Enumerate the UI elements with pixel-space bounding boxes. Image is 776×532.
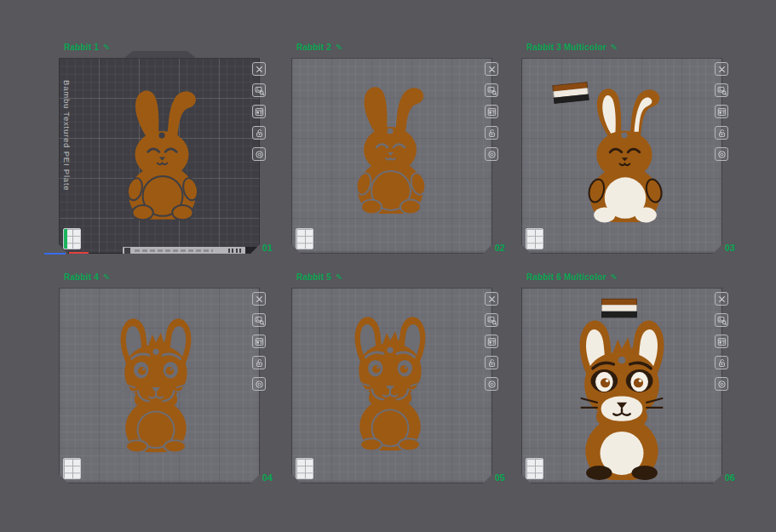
build-plate-05[interactable] [291, 288, 492, 483]
plate-preview-icon[interactable] [715, 83, 728, 97]
filament-mapping-icon[interactable] [252, 377, 266, 391]
edit-plate-name-icon[interactable]: ✎ [336, 43, 343, 52]
plate-title[interactable]: Rabbit 1 ✎ [64, 43, 111, 52]
plate-settings-icon[interactable] [252, 105, 266, 118]
plate-name-label: Rabbit 3 Multicolor [526, 43, 606, 52]
lock-plate-icon[interactable] [485, 126, 498, 140]
plate-name-label: Rabbit 5 [296, 272, 331, 282]
plate-handle [124, 51, 196, 58]
lock-plate-icon[interactable] [485, 356, 498, 369]
plate-slots-icon [63, 458, 81, 479]
rabbit-model-1[interactable] [115, 89, 210, 220]
edit-plate-name-icon[interactable]: ✎ [611, 43, 618, 52]
build-plate-01[interactable]: Bambu Textured PEI Plate [59, 58, 260, 254]
plate-cell-2: Rabbit 2 ✎ 02 [291, 41, 492, 255]
plate-slots-icon [63, 228, 81, 249]
lock-plate-icon[interactable] [715, 356, 728, 369]
lock-plate-icon[interactable] [715, 126, 728, 140]
plate-number: 05 [495, 472, 505, 483]
delete-plate-icon[interactable] [485, 62, 498, 76]
plate-name-label: Rabbit 4 [64, 272, 99, 282]
edit-plate-name-icon[interactable]: ✎ [611, 272, 618, 282]
axis-z-indicator [44, 253, 66, 255]
plate-number: 02 [495, 243, 505, 253]
plate-name-label: Rabbit 2 [296, 43, 331, 52]
delete-plate-icon[interactable] [715, 292, 728, 306]
plate-name-label: Rabbit 1 [64, 43, 99, 52]
delete-plate-icon[interactable] [485, 292, 498, 306]
plate-toolbar [715, 62, 728, 161]
plate-preview-icon[interactable] [252, 313, 266, 327]
delete-plate-icon[interactable] [252, 292, 266, 306]
plate-slots-icon [296, 458, 313, 479]
build-plate-06[interactable] [521, 288, 722, 483]
edit-plate-name-icon[interactable]: ✎ [336, 272, 343, 282]
plate-settings-icon[interactable] [485, 105, 498, 118]
plate-title[interactable]: Rabbit 5 ✎ [296, 272, 343, 282]
delete-plate-icon[interactable] [715, 62, 728, 76]
plate-settings-icon[interactable] [715, 105, 728, 118]
plate-title[interactable]: Rabbit 2 ✎ [296, 43, 343, 52]
filament-mapping-icon[interactable] [485, 377, 498, 391]
plate-cell-5: Rabbit 5 ✎ 05 [291, 271, 492, 485]
rabbit-model-5[interactable] [342, 305, 438, 460]
plate-toolbar [485, 62, 498, 161]
plates-overview: Rabbit 1 ✎ Bambu Textured PEI Plate 01 R… [0, 0, 776, 532]
plate-toolbar [252, 292, 266, 391]
plate-settings-icon[interactable] [715, 335, 728, 348]
filament-color-swatch[interactable] [551, 82, 590, 104]
plate-title[interactable]: Rabbit 3 Multicolor ✎ [526, 43, 618, 52]
plate-preview-icon[interactable] [485, 83, 498, 97]
plate-settings-icon[interactable] [252, 335, 266, 348]
plate-cell-1: Rabbit 1 ✎ Bambu Textured PEI Plate 01 [59, 41, 260, 255]
plate-preview-icon[interactable] [715, 313, 728, 327]
plate-number: 03 [725, 243, 735, 253]
edit-plate-name-icon[interactable]: ✎ [103, 43, 111, 52]
lock-plate-icon[interactable] [252, 356, 266, 369]
plate-settings-icon[interactable] [485, 335, 498, 348]
plate-texture-label: Bambu Textured PEI Plate [62, 80, 72, 250]
filament-mapping-icon[interactable] [252, 147, 266, 161]
rabbit-model-2[interactable] [344, 82, 438, 218]
plate-cell-6: Rabbit 6 Multicolor ✎ 06 [521, 271, 722, 485]
plate-slots-icon [296, 228, 313, 249]
build-plate-02[interactable] [291, 58, 492, 254]
filament-mapping-icon[interactable] [715, 377, 728, 391]
delete-plate-icon[interactable] [252, 62, 266, 76]
plate-number: 04 [262, 472, 273, 483]
filament-mapping-icon[interactable] [715, 147, 728, 161]
plate-number: 06 [725, 472, 735, 483]
plate-slots-icon [526, 228, 543, 249]
filament-color-swatch[interactable] [601, 298, 637, 318]
plate-toolbar [252, 62, 266, 161]
axis-x-indicator [69, 252, 89, 254]
plate-toolbar [485, 292, 498, 391]
build-plate-03[interactable] [521, 58, 722, 254]
plate-preview-icon[interactable] [252, 83, 266, 97]
plate-cell-3: Rabbit 3 Multicolor ✎ 03 [521, 41, 722, 255]
plate-code-strip [123, 247, 245, 255]
plate-name-label: Rabbit 6 Multicolor [526, 272, 606, 282]
plate-corner-tab [245, 247, 259, 255]
lock-plate-icon[interactable] [252, 126, 266, 140]
plate-title[interactable]: Rabbit 4 ✎ [64, 272, 111, 282]
plate-title[interactable]: Rabbit 6 Multicolor ✎ [526, 272, 618, 282]
plate-slots-icon [526, 458, 543, 479]
rabbit-model-4[interactable] [108, 305, 204, 463]
edit-plate-name-icon[interactable]: ✎ [103, 272, 111, 282]
build-plate-04[interactable] [59, 288, 260, 483]
plate-preview-icon[interactable] [485, 313, 498, 327]
plate-number: 01 [262, 243, 273, 253]
plate-cell-4: Rabbit 4 ✎ 04 [59, 271, 260, 485]
plate-toolbar [715, 292, 728, 391]
filament-mapping-icon[interactable] [485, 147, 498, 161]
rabbit-model-3[interactable] [576, 87, 675, 223]
rabbit-model-6[interactable] [562, 317, 681, 480]
